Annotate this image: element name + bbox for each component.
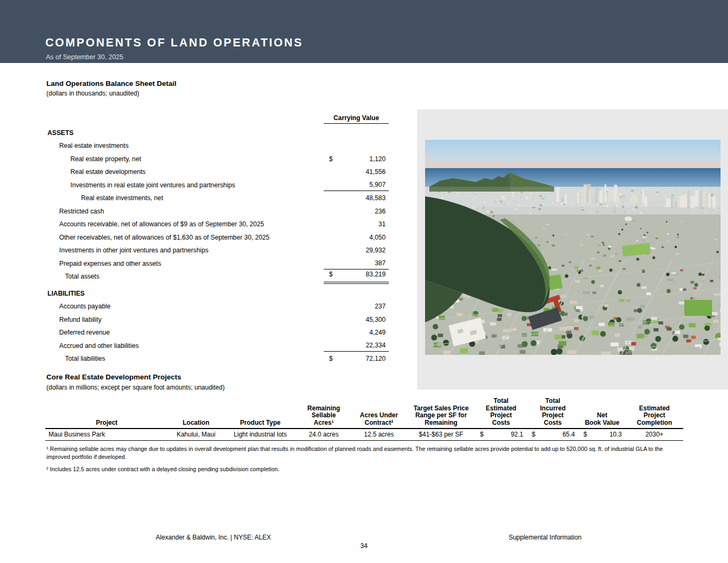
tree: [443, 340, 449, 346]
carrying-value-header-row: Carrying Value: [46, 109, 390, 126]
dark-roof: [619, 260, 621, 262]
table-row: Maui Business ParkKahului, MauiLight ind…: [45, 429, 683, 441]
tree: [431, 335, 437, 340]
house-roof: [642, 240, 644, 241]
red-roof: [603, 244, 605, 245]
row-value: 41,556: [324, 165, 389, 178]
row-label: Real estate investments: [46, 142, 129, 149]
page-number: 34: [0, 542, 728, 550]
column-header: Total Incurred Project Costs: [527, 398, 579, 428]
distant-building: [605, 212, 606, 215]
house-roof: [634, 352, 644, 355]
column-header: Total Estimated Project Costs: [475, 398, 527, 428]
cell-amount: 92.1: [511, 429, 523, 440]
row-label: LIABILITIES: [46, 290, 85, 297]
tree: [565, 274, 569, 278]
tree: [433, 324, 438, 329]
house-roof: [631, 300, 637, 303]
tree: [608, 248, 611, 250]
tree: [493, 216, 494, 217]
house-roof: [690, 347, 700, 351]
lawn: [636, 334, 644, 338]
section-heading-row: LIABILITIES: [46, 287, 390, 300]
house-roof: [545, 219, 546, 220]
row-amount: 45,300: [366, 316, 386, 323]
tree: [652, 256, 655, 259]
house-roof: [667, 241, 670, 242]
tree: [600, 331, 606, 337]
lawn: [633, 220, 635, 221]
distant-building: [613, 210, 616, 213]
distant-building: [530, 212, 531, 214]
house-roof: [576, 306, 582, 310]
row-value: 22,334: [324, 339, 389, 352]
dark-roof: [640, 228, 642, 229]
row-label: Accrued and other liabilities: [46, 342, 139, 350]
house-roof: [551, 268, 557, 271]
row-value: 31: [324, 218, 389, 231]
balance-sheet-rows: ASSETSReal estate investmentsReal estate…: [46, 126, 390, 365]
dark-roof: [653, 328, 658, 331]
house-roof: [542, 228, 545, 229]
tree: [644, 234, 646, 236]
dollar-sign: $: [532, 429, 535, 440]
row-amount: 72,120: [366, 355, 386, 362]
house-roof: [507, 313, 511, 316]
red-roof: [547, 241, 548, 242]
column-header: Project: [45, 419, 168, 429]
page-title: COMPONENTS OF LAND OPERATIONS: [45, 36, 303, 50]
column-header: Product Type: [224, 419, 297, 429]
tree: [698, 273, 701, 276]
row-label: Real estate developments: [46, 168, 146, 176]
table-cell: 24.0 acres: [297, 429, 351, 440]
footer-company: Alexander & Baldwin, Inc. | NYSE: ALEX: [107, 534, 320, 541]
row-label: Real estate property, net: [46, 155, 141, 163]
green-field: [684, 300, 712, 316]
house-roof: [587, 234, 589, 235]
distant-building: [637, 212, 638, 215]
projects-table: ProjectLocationProduct TypeRemaining Sel…: [45, 397, 683, 441]
row-label: Deferred revenue: [46, 329, 110, 336]
house-roof: [714, 293, 721, 296]
lawn: [460, 348, 468, 353]
row-value: 237: [324, 300, 389, 313]
dark-roof: [498, 314, 502, 317]
table-cell: 12.5 acres: [351, 429, 407, 440]
house-roof: [466, 296, 470, 298]
house-roof: [719, 343, 721, 346]
lawn: [689, 323, 696, 327]
row-amount: 29,932: [366, 247, 386, 254]
house-roof: [651, 317, 657, 320]
balance-row: Refund liability45,300: [46, 313, 390, 326]
distant-building: [633, 209, 635, 210]
house-roof: [714, 239, 717, 240]
dark-roof: [479, 351, 485, 355]
distant-building: [624, 211, 626, 213]
footnote: ² Includes 12.5 acres under contract wit…: [46, 465, 682, 473]
row-amount: 5,907: [370, 181, 386, 188]
lawn: [538, 244, 540, 246]
house-roof: [598, 269, 602, 272]
house-roof: [667, 233, 669, 234]
house-roof: [597, 244, 601, 246]
house-roof: [463, 295, 467, 297]
tree: [553, 234, 555, 236]
row-amount: 387: [375, 259, 386, 267]
dark-roof: [691, 281, 694, 283]
row-value: $1,120: [324, 152, 389, 165]
dark-roof: [492, 335, 497, 338]
lawn: [603, 255, 606, 257]
house-roof: [640, 305, 645, 307]
house-roof: [575, 280, 580, 282]
tree: [591, 280, 595, 284]
distant-building: [610, 212, 613, 214]
dark-roof: [622, 268, 625, 270]
distant-building: [532, 207, 535, 208]
balance-sheet-table: Carrying Value ASSETSReal estate investm…: [46, 109, 390, 365]
lawn: [592, 331, 599, 336]
balance-row: Real estate property, net$1,120: [46, 152, 390, 165]
row-label: ASSETS: [46, 129, 74, 137]
row-amount: 4,050: [370, 234, 386, 241]
tree: [667, 289, 671, 294]
row-label: Real estate investments, net: [46, 194, 163, 202]
